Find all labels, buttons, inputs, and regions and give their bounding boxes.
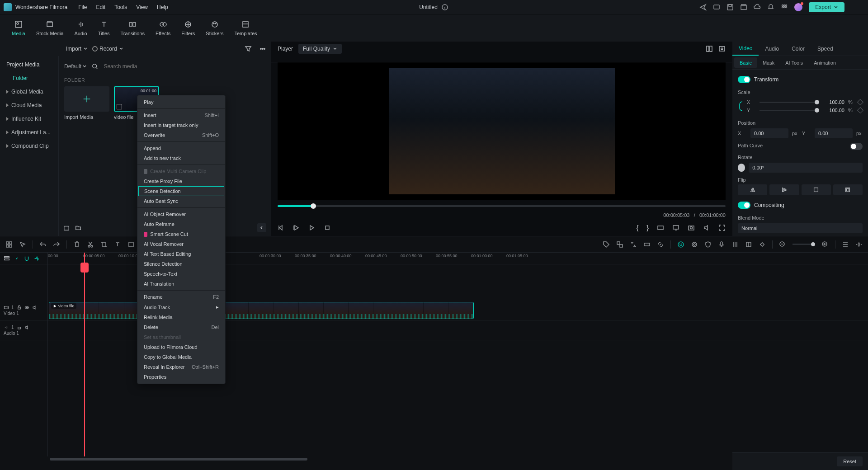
transform-toggle[interactable] (738, 76, 750, 83)
sort-dropdown[interactable]: Default (64, 63, 86, 70)
menu-file[interactable]: File (78, 4, 87, 10)
ctx-relink-media[interactable]: Relink Media (137, 312, 225, 322)
folder-icon[interactable] (75, 225, 81, 231)
timeline-clip[interactable]: video file (49, 302, 474, 319)
tab-filters[interactable]: Filters (177, 17, 199, 39)
link-icon[interactable] (738, 100, 744, 113)
props-tab-video[interactable]: Video (732, 42, 759, 56)
ctx-overwrite[interactable]: OverwriteShift+O (137, 130, 225, 140)
layout-icon[interactable] (706, 45, 713, 52)
ctx-insert[interactable]: InsertShift+I (137, 110, 225, 120)
compositing-toggle[interactable] (738, 202, 750, 209)
sidebar-item[interactable]: Influence Kit (0, 112, 58, 126)
cloud-icon[interactable] (754, 4, 761, 11)
props-tab-audio[interactable]: Audio (759, 42, 785, 56)
mark-in-icon[interactable]: { (637, 224, 639, 231)
target-icon[interactable] (691, 241, 698, 248)
menu-view[interactable]: View (136, 4, 148, 10)
import-media-cell[interactable]: Import Media (64, 86, 109, 120)
props-tab-color[interactable]: Color (785, 42, 811, 56)
ctx-rename[interactable]: RenameF2 (137, 292, 225, 302)
tab-titles[interactable]: Titles (94, 17, 114, 39)
ctx-properties[interactable]: Properties (137, 372, 225, 382)
menu-tools[interactable]: Tools (114, 4, 127, 10)
delete-icon[interactable] (73, 241, 80, 248)
menu-edit[interactable]: Edit (96, 4, 106, 10)
record-dropdown[interactable]: Record (92, 46, 123, 52)
magnet-icon[interactable] (24, 255, 30, 262)
crop2-icon[interactable] (127, 241, 135, 248)
keyframe-icon[interactable] (857, 107, 863, 113)
lock-icon[interactable] (17, 325, 22, 330)
ctx-append[interactable]: Append (137, 143, 225, 153)
ctx-copy-to-global-media[interactable]: Copy to Global Media (137, 352, 225, 362)
sidebar-item[interactable]: Global Media (0, 85, 58, 99)
reset-button[interactable]: Reset (837, 456, 863, 466)
cut-icon[interactable] (87, 241, 94, 248)
ctx-reveal-in-explorer[interactable]: Reveal In ExplorerCtrl+Shift+R (137, 362, 225, 372)
bell-icon[interactable] (767, 4, 774, 11)
pathcurve-toggle[interactable] (850, 143, 863, 150)
flip-h-button[interactable] (738, 184, 767, 195)
ctx-speech-to-text[interactable]: Speech-to-Text (137, 269, 225, 279)
sidebar-item[interactable]: Compound Clip (0, 139, 58, 153)
tab-stock-media[interactable]: Stock Media (32, 17, 68, 39)
ctx-ai-text-based-editing[interactable]: AI Text Based Editing (137, 249, 225, 259)
video-track-header[interactable]: 1 Video 1 (0, 301, 47, 320)
search-input[interactable] (104, 63, 265, 70)
save-icon[interactable] (726, 4, 734, 11)
props-subtab-mask[interactable]: Mask (757, 56, 780, 69)
prev-frame-icon[interactable] (278, 224, 285, 231)
eye-icon[interactable] (24, 305, 29, 310)
tab-stickers[interactable]: Stickers (201, 17, 228, 39)
tab-templates[interactable]: Templates (230, 17, 261, 39)
mixer-icon[interactable] (731, 241, 739, 248)
ctx-ai-vocal-remover[interactable]: AI Vocal Remover (137, 239, 225, 249)
marker-icon[interactable] (745, 241, 752, 248)
mark-out-icon[interactable]: } (646, 224, 649, 231)
bin-icon[interactable] (63, 225, 70, 231)
undo-icon[interactable] (39, 241, 47, 248)
ctx-create-proxy-file[interactable]: Create Proxy File (137, 176, 225, 186)
sidebar-item[interactable]: Cloud Media (0, 99, 58, 112)
stop-icon[interactable] (324, 224, 331, 231)
message-icon[interactable] (713, 4, 720, 11)
unlink-icon[interactable] (657, 241, 664, 248)
ctx-add-to-new-track[interactable]: Add to new track (137, 153, 225, 163)
preview-viewport[interactable] (278, 62, 726, 200)
filter-icon[interactable] (245, 45, 252, 52)
mute-icon[interactable] (32, 305, 37, 310)
send-icon[interactable] (699, 4, 707, 11)
tracks-icon[interactable] (4, 255, 10, 262)
grid-icon[interactable] (5, 241, 13, 248)
ctx-ai-translation[interactable]: AI Translation (137, 279, 225, 289)
flip-3-button[interactable] (802, 184, 831, 195)
library-icon[interactable] (740, 4, 747, 11)
blend-mode-select[interactable]: Normal (738, 223, 863, 233)
zoom-in-icon[interactable] (821, 241, 829, 248)
props-subtab-animation[interactable]: Animation (808, 56, 841, 69)
display-icon[interactable] (672, 224, 679, 231)
tab-effects[interactable]: Effects (151, 17, 175, 39)
volume-icon[interactable] (703, 224, 710, 231)
zoom-out-icon[interactable] (779, 241, 786, 248)
more-icon[interactable] (259, 45, 266, 52)
snap-icon[interactable] (33, 255, 40, 262)
sidebar-item[interactable]: Adjustment La... (0, 126, 58, 139)
pointer-icon[interactable] (19, 241, 26, 248)
collapse-button[interactable] (257, 223, 266, 232)
props-subtab-ai-tools[interactable]: AI Tools (780, 56, 808, 69)
text-icon[interactable] (114, 241, 121, 248)
settings-icon[interactable] (855, 241, 863, 248)
play-icon[interactable] (308, 224, 316, 231)
audio-track-header[interactable]: 1 Audio 1 (0, 320, 47, 340)
pos-x-input[interactable] (750, 128, 788, 138)
ctx-smart-scene-cut[interactable]: Smart Scene Cut (137, 229, 225, 239)
camera-icon[interactable] (688, 224, 695, 231)
quality-dropdown[interactable]: Full Quality (298, 44, 342, 54)
menu-help[interactable]: Help (157, 4, 168, 10)
list-icon[interactable] (842, 241, 849, 248)
fullscreen-icon[interactable] (718, 224, 726, 231)
tab-audio[interactable]: Audio (70, 17, 92, 39)
render-icon[interactable] (643, 241, 651, 248)
